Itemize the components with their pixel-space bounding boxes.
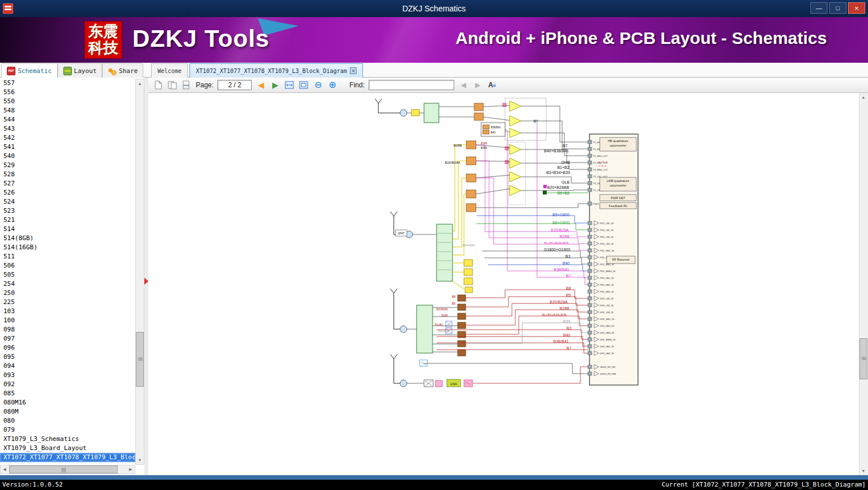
sidebar-item[interactable]: 526: [0, 188, 135, 197]
tab-layout[interactable]: PADS Layout: [58, 63, 103, 78]
find-next-icon[interactable]: ▶: [473, 80, 483, 90]
prev-page-icon[interactable]: ◀: [256, 80, 266, 90]
sidebar-item[interactable]: XT1079_L3_Board_Layout: [0, 444, 135, 453]
sidebar-item[interactable]: 080M16: [0, 398, 135, 407]
sidebar-item[interactable]: 094: [0, 362, 135, 371]
maximize-button[interactable]: □: [829, 2, 846, 14]
sidebar-item[interactable]: 103: [0, 307, 135, 316]
find-input[interactable]: [369, 80, 454, 90]
schematic-label: B5: [566, 293, 571, 297]
ic-sub-block: LMB quadratureupconverter: [600, 177, 636, 191]
sidebar-item[interactable]: 096: [0, 343, 135, 353]
find-prev-icon[interactable]: ◀: [458, 80, 469, 90]
sidebar-item[interactable]: 529: [0, 161, 135, 170]
svg-text:upconverter: upconverter: [609, 184, 626, 187]
sidebar-item[interactable]: 085: [0, 389, 135, 398]
doc-tab-welcome[interactable]: Welcome: [151, 63, 188, 78]
sidebar-item[interactable]: 548: [0, 106, 135, 115]
sidebar-item[interactable]: 097: [0, 334, 135, 343]
sidebar-item[interactable]: 093: [0, 371, 135, 380]
sidebar-item[interactable]: 521: [0, 216, 135, 225]
viewer-vertical-scrollbar[interactable]: ▲ ▼: [859, 93, 868, 475]
schematic-canvas[interactable]: B7B40+B38/B41GHBB1+B2B3+B34+B39GLBB20+B2…: [368, 94, 639, 391]
schematic-label: B28B: [441, 314, 447, 317]
zoom-out-icon[interactable]: ⊖: [313, 80, 323, 90]
page-number-input[interactable]: 2 / 2: [217, 80, 252, 90]
minimize-button[interactable]: —: [810, 2, 827, 14]
schematic-wires-green: [477, 193, 588, 230]
sidebar-item[interactable]: 079: [0, 426, 135, 435]
facing-pages-icon[interactable]: [167, 80, 177, 90]
sidebar-item[interactable]: 505: [0, 270, 135, 280]
splitter-collapse-icon[interactable]: [144, 278, 148, 285]
sidebar-hscroll-thumb[interactable]: [9, 465, 118, 473]
svg-text:PRX_LB4_IN: PRX_LB4_IN: [600, 242, 613, 245]
sidebar-item[interactable]: 541: [0, 143, 135, 152]
sidebar-item[interactable]: 514: [0, 225, 135, 234]
sidebar-item[interactable]: 542: [0, 133, 135, 143]
sidebar-item[interactable]: 543: [0, 124, 135, 133]
close-tab-icon[interactable]: ×: [350, 67, 357, 74]
sidebar-item[interactable]: 556: [0, 88, 135, 97]
sidebar-item[interactable]: 098: [0, 325, 135, 334]
sidebar-item[interactable]: 527: [0, 179, 135, 188]
next-page-icon[interactable]: ▶: [270, 80, 280, 90]
svg-text:RF Receiver: RF Receiver: [612, 258, 630, 261]
sidebar-item[interactable]: 528: [0, 170, 135, 179]
tab-schematic[interactable]: PDF Schematic: [1, 63, 58, 78]
svg-text:DRX_HB1_IN: DRX_HB1_IN: [600, 345, 614, 348]
fit-page-icon[interactable]: [298, 80, 309, 90]
schematic-label: B3: [567, 326, 572, 330]
sidebar-horizontal-scrollbar[interactable]: ◀ ▶: [0, 465, 135, 474]
sidebar-item[interactable]: XT1072_XT1077_XT1078_XT1079_L3_Block_D: [0, 453, 135, 462]
scroll-up-icon[interactable]: ▲: [136, 79, 144, 88]
sidebar-item[interactable]: 100: [0, 316, 135, 325]
scroll-right-icon[interactable]: ▶: [127, 465, 135, 473]
scroll-left-icon[interactable]: ◀: [1, 465, 9, 473]
scroll-down-icon[interactable]: ▼: [136, 456, 144, 464]
tab-share[interactable]: Share: [102, 63, 143, 78]
sidebar-item[interactable]: 514(16GB): [0, 243, 135, 252]
sidebar-item[interactable]: 524: [0, 197, 135, 206]
font-size-icon[interactable]: Aa: [487, 80, 497, 90]
continuous-pages-icon[interactable]: [181, 80, 192, 90]
sidebar-item[interactable]: 095: [0, 353, 135, 362]
sidebar-item[interactable]: 550: [0, 97, 135, 106]
sidebar-item[interactable]: 540: [0, 152, 135, 161]
sidebar-item[interactable]: 225: [0, 298, 135, 307]
svg-text:HB quadrature: HB quadrature: [608, 139, 628, 143]
sidebar-splitter[interactable]: [144, 78, 148, 475]
ic-pin: TX_MB4_OUT: [588, 168, 608, 171]
sidebar-item[interactable]: 511: [0, 252, 135, 261]
schematic-label: B40: [491, 131, 496, 134]
sidebar-vertical-scrollbar[interactable]: ▲ ▼: [135, 79, 144, 465]
svg-text:PWR DET: PWR DET: [611, 196, 625, 200]
zoom-in-icon[interactable]: ⊕: [327, 80, 337, 90]
svg-text:DRX_MB3_IN: DRX_MB3_IN: [600, 331, 614, 334]
single-page-icon[interactable]: [153, 80, 163, 90]
sidebar-item[interactable]: 092: [0, 380, 135, 389]
sidebar-item[interactable]: 557: [0, 79, 135, 88]
sidebar-vscroll-thumb[interactable]: [136, 332, 144, 387]
sidebar-item[interactable]: 250: [0, 289, 135, 298]
viewer-scroll-up-icon[interactable]: ▲: [859, 93, 867, 102]
sidebar-item[interactable]: 080: [0, 416, 135, 426]
close-button[interactable]: ×: [848, 2, 865, 14]
schematic-label: B28A: [481, 147, 487, 149]
sidebar-item[interactable]: 514(8GB): [0, 234, 135, 243]
viewer-scroll-down-icon[interactable]: ▼: [859, 467, 867, 475]
fit-width-icon[interactable]: [284, 80, 294, 90]
pdf-viewer[interactable]: B7B40+B38/B41GHBB1+B2B3+B34+B39GLBB20+B2…: [148, 93, 868, 475]
sidebar-item[interactable]: 523: [0, 206, 135, 216]
svg-text:DRX_LB2_IN: DRX_LB2_IN: [600, 304, 613, 307]
sidebar-item[interactable]: 506: [0, 261, 135, 270]
schematic-label: B20/B28A: [445, 161, 460, 164]
sidebar-item[interactable]: 254: [0, 280, 135, 289]
sidebar-item[interactable]: 080M: [0, 407, 135, 416]
schematic-label: B38/B41: [491, 126, 501, 129]
viewer-vscroll-thumb[interactable]: [859, 338, 867, 379]
doc-tab-block-diagram[interactable]: XT1072_XT1077_XT1078_XT1079_L3_Block_Dia…: [189, 63, 363, 78]
sidebar-item[interactable]: XT1079_L3_Schematics: [0, 435, 135, 444]
sidebar-item[interactable]: 544: [0, 115, 135, 124]
schematic-label: B38/B41: [554, 339, 569, 343]
